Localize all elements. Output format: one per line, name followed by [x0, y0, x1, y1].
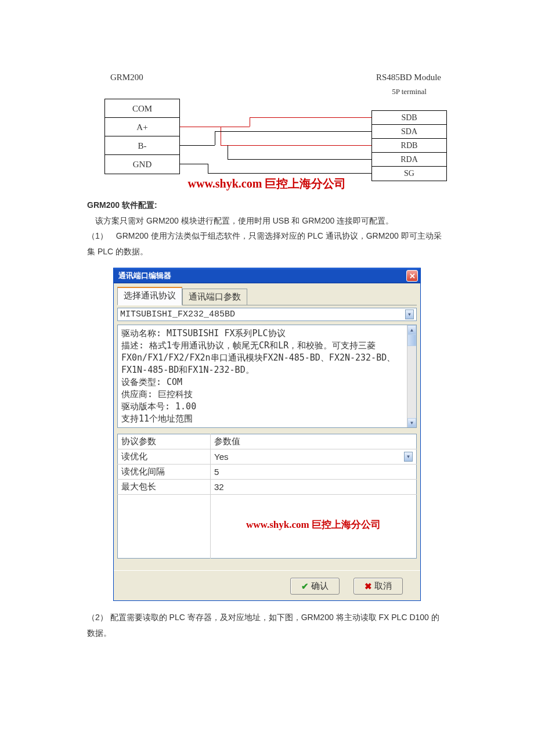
protocol-select[interactable]: MITSUBISHI_FX232_485BD ▼ — [117, 308, 417, 321]
dialog-title: 通讯端口编辑器 — [118, 271, 171, 281]
param-key: 最大包长 — [118, 480, 211, 495]
param-value: 5 — [211, 465, 417, 480]
right-terminals: SDB SDA RDB RDA SG — [371, 110, 447, 181]
close-icon: ✕ — [409, 272, 416, 280]
pin-sda: SDA — [372, 125, 446, 139]
param-table: 协议参数 参数值 读优化 Yes ▼ 读优化间隔 5 最大包长 32 — [117, 434, 417, 559]
param-value: Yes — [214, 452, 228, 462]
table-row[interactable]: 读优化间隔 5 — [118, 465, 417, 480]
pin-sg: SG — [372, 167, 446, 181]
param-key: 读优化 — [118, 449, 211, 465]
tab-bar: 选择通讯协议 通讯端口参数 — [117, 287, 417, 305]
config-title: GRM200 软件配置: — [87, 197, 447, 213]
tab-port-params[interactable]: 通讯端口参数 — [182, 289, 247, 305]
port-editor-dialog: 通讯端口编辑器 ✕ 选择通讯协议 通讯端口参数 MITSUBISHI_FX232… — [113, 268, 421, 601]
pin-gnd: GND — [105, 155, 179, 174]
desc-scrollbar[interactable]: ▲ ▼ — [407, 325, 416, 427]
paragraph-2: （1） GRM200 使用方法类似于组态软件，只需选择对应的 PLC 通讯协议，… — [87, 228, 447, 259]
right-block-title: RS485BD Module — [376, 73, 441, 82]
scroll-thumb[interactable] — [407, 334, 416, 346]
document-text: GRM200 软件配置: 该方案只需对 GRM200 模块进行配置，使用时用 U… — [87, 197, 447, 259]
wiring-diagram: GRM200 RS485BD Module 5P terminal COM A+… — [87, 58, 447, 180]
check-icon: ✔ — [301, 581, 309, 592]
dropdown-icon[interactable]: ▼ — [404, 452, 413, 462]
pin-aplus: A+ — [105, 118, 179, 136]
dropdown-icon[interactable]: ▼ — [405, 309, 414, 319]
pin-sdb: SDB — [372, 111, 446, 125]
param-value: 32 — [211, 480, 417, 495]
left-block-title: GRM200 — [110, 73, 143, 82]
pin-rda: RDA — [372, 153, 446, 167]
ok-label: 确认 — [311, 581, 329, 592]
table-row[interactable]: 最大包长 32 — [118, 480, 417, 495]
description-box: 驱动名称: MITSUBISHI FX系列PLC协议 描述: 格式1专用通讯协议… — [117, 325, 417, 428]
param-key: 读优化间隔 — [118, 465, 211, 480]
dialog-titlebar[interactable]: 通讯端口编辑器 ✕ — [114, 268, 420, 283]
dialog-footer: ✔ 确认 ✖ 取消 — [114, 570, 420, 600]
protocol-value: MITSUBISHI_FX232_485BD — [120, 309, 235, 319]
pin-rdb: RDB — [372, 139, 446, 153]
paragraph-1: 该方案只需对 GRM200 模块进行配置，使用时用 USB 和 GRM200 连… — [87, 213, 447, 229]
pin-com: COM — [105, 99, 179, 118]
ok-button[interactable]: ✔ 确认 — [290, 578, 340, 595]
close-button[interactable]: ✕ — [406, 270, 418, 282]
table-row-empty: www.shyk.com 巨控上海分公司 — [118, 495, 417, 559]
header-value: 参数值 — [211, 434, 417, 449]
cancel-button[interactable]: ✖ 取消 — [353, 578, 403, 595]
x-icon: ✖ — [365, 581, 372, 592]
pin-bminus: B- — [105, 136, 179, 155]
paragraph-after: （2） 配置需要读取的 PLC 寄存器，及对应地址，如下图，GRM200 将主动… — [87, 610, 447, 640]
scroll-down-icon[interactable]: ▼ — [407, 418, 416, 427]
table-row[interactable]: 读优化 Yes ▼ — [118, 449, 417, 465]
dialog-watermark: www.shyk.com 巨控上海分公司 — [211, 518, 416, 531]
diagram-watermark: www.shyk.com 巨控上海分公司 — [188, 176, 347, 192]
scroll-up-icon[interactable]: ▲ — [407, 325, 416, 334]
cancel-label: 取消 — [374, 581, 392, 592]
right-block-subtitle: 5P terminal — [392, 87, 427, 96]
description-text: 驱动名称: MITSUBISHI FX系列PLC协议 描述: 格式1专用通讯协议… — [118, 325, 407, 427]
header-param: 协议参数 — [118, 434, 211, 449]
table-header: 协议参数 参数值 — [118, 434, 417, 449]
tab-select-protocol[interactable]: 选择通讯协议 — [117, 287, 182, 305]
left-terminals: COM A+ B- GND — [104, 99, 180, 174]
